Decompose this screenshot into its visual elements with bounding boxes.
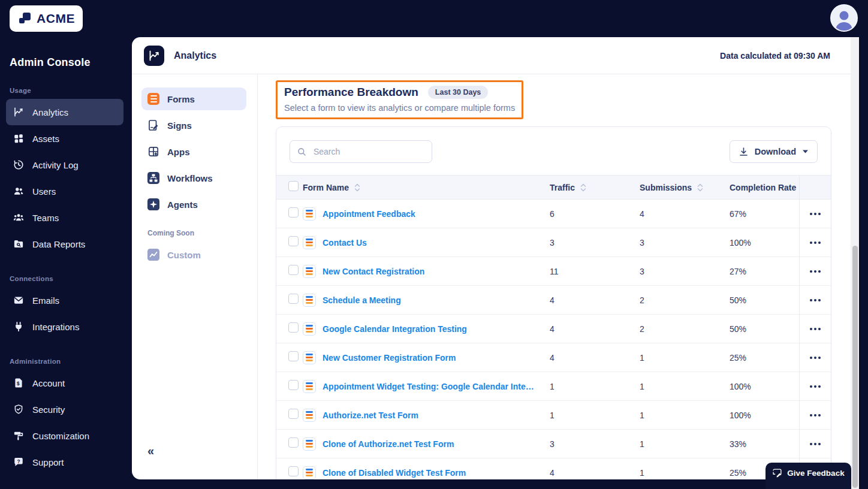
performance-breakdown-heading: Performance Breakdown Last 30 Days Selec… [276,80,523,119]
sidebar-item-customization[interactable]: Customization [6,422,123,449]
form-name-link[interactable]: Contact Us [323,238,367,247]
traffic-value: 4 [550,353,640,363]
grid-squares-icon [13,133,24,144]
subnav-item-signs[interactable]: Signs [141,114,246,137]
row-checkbox[interactable] [288,437,299,448]
row-actions-button[interactable] [806,267,824,276]
form-name-link[interactable]: Clone of Disabled Widget Test Form [323,468,466,478]
submissions-value: 4 [640,209,730,219]
agents-icon [147,198,159,210]
download-icon [739,147,749,157]
row-checkbox[interactable] [288,409,299,419]
traffic-value: 4 [550,295,640,305]
traffic-value: 4 [550,468,640,478]
subnav-item-agents[interactable]: Agents [141,193,246,216]
form-doc-icon [303,294,316,307]
form-doc-icon [303,437,316,451]
row-checkbox[interactable] [288,466,299,476]
row-checkbox[interactable] [288,380,299,390]
sidebar-item-data-reports[interactable]: Data Reports [6,231,123,257]
sidebar-item-label: Activity Log [32,160,79,170]
sidebar-item-emails[interactable]: Emails [6,287,123,313]
row-checkbox[interactable] [288,351,299,361]
row-checkbox[interactable] [288,207,299,218]
subnav-item-custom[interactable]: Custom [141,243,246,266]
person-icon [832,8,856,31]
column-header-submissions[interactable]: Submissions [640,183,692,192]
row-checkbox[interactable] [288,236,299,246]
row-actions-button[interactable] [806,382,824,391]
sidebar-item-activity-log[interactable]: Activity Log [6,152,123,178]
completion-rate-value: 25% [730,353,799,363]
subnav-item-forms[interactable]: Forms [141,87,246,110]
form-doc-icon [303,466,316,479]
scrollbar-thumb[interactable] [852,246,858,488]
form-name-link[interactable]: Clone of Authorize.net Test Form [323,439,454,449]
row-actions-button[interactable] [806,353,824,363]
form-name-link[interactable]: Appointment Widget Testing: Google Calen… [323,382,534,391]
sidebar-item-support[interactable]: ? Support [6,449,123,475]
form-name-link[interactable]: Appointment Feedback [323,209,415,219]
column-header-completion-rate[interactable]: Completion Rate [730,183,796,192]
download-button[interactable]: Download [730,140,818,163]
section-label-usage: Usage [10,87,132,94]
sidebar-item-security[interactable]: Security [6,396,123,422]
sort-icon[interactable] [580,183,587,192]
sort-icon[interactable] [697,183,704,192]
select-all-checkbox[interactable] [288,181,299,191]
sidebar-item-account[interactable]: $ Account [6,370,123,396]
row-actions-button[interactable] [806,410,824,420]
sidebar-item-users[interactable]: Users [6,178,123,204]
subnav-item-workflows[interactable]: Workflows [141,167,246,189]
sort-icon[interactable] [354,183,361,192]
admin-sidebar: Admin Console Usage Analytics Assets Act… [0,37,132,489]
form-name-link[interactable]: New Customer Registration Form [323,353,456,363]
sidebar-item-assets[interactable]: Assets [6,125,123,152]
apps-icon [147,146,159,158]
row-actions-button[interactable] [806,209,824,219]
date-range-badge: Last 30 Days [428,86,488,99]
form-doc-icon [303,207,316,221]
sidebar-item-label: Teams [32,213,59,223]
form-name-link[interactable]: Schedule a Meeting [323,295,401,305]
row-checkbox[interactable] [288,294,299,304]
acme-logo[interactable]: ACME [10,5,83,32]
signs-icon [147,119,159,131]
chat-question-icon: ? [13,457,24,467]
section-title: Performance Breakdown [284,86,418,99]
row-actions-button[interactable] [806,439,824,449]
collapse-sidebar-button[interactable]: « [147,444,154,458]
give-feedback-button[interactable]: Give Feedback [765,463,851,489]
form-name-link[interactable]: Google Calendar Integration Testing [323,324,467,334]
row-actions-button[interactable] [806,238,824,247]
column-header-form-name[interactable]: Form Name [303,183,349,192]
row-actions-button[interactable] [806,324,824,334]
completion-rate-value: 100% [730,382,799,391]
column-header-traffic[interactable]: Traffic [550,183,575,192]
invoice-icon: $ [13,378,24,388]
subnav-item-label: Agents [167,200,198,210]
vertical-scrollbar[interactable] [851,37,859,489]
user-avatar[interactable] [830,4,858,32]
table-row: New Customer Registration Form 4 1 25% [276,343,831,372]
subnav-item-label: Apps [167,147,190,157]
form-name-link[interactable]: New Contact Registration [323,267,424,276]
search-input[interactable] [312,146,424,157]
sidebar-item-teams[interactable]: Teams [6,204,123,231]
subnav-item-label: Signs [167,120,192,131]
sidebar-item-analytics[interactable]: Analytics [6,99,123,125]
completion-rate-value: 50% [730,295,799,305]
forms-table-card: Download Form Name Traffic Submissions C… [276,126,831,479]
search-box[interactable] [290,140,432,163]
envelope-icon [13,295,24,306]
row-checkbox[interactable] [288,322,299,333]
traffic-value: 1 [550,382,640,391]
form-name-link[interactable]: Authorize.net Test Form [323,410,418,420]
table-row: Clone of Disabled Widget Test Form 4 1 2… [276,458,831,479]
row-actions-button[interactable] [806,295,824,305]
submissions-value: 1 [640,439,730,449]
row-checkbox[interactable] [288,265,299,275]
download-label: Download [755,147,796,156]
sidebar-item-integrations[interactable]: Integrations [6,313,123,340]
subnav-item-apps[interactable]: Apps [141,140,246,163]
